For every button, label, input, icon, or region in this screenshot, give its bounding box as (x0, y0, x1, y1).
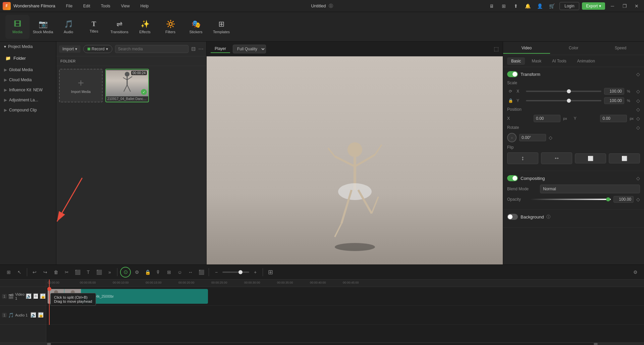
timeline-btn-redo[interactable]: ↪ (41, 267, 50, 277)
scale-y-slider[interactable] (526, 100, 601, 101)
scale-y-value[interactable]: 100.00 (604, 97, 624, 104)
position-x-input[interactable]: 0.00 (534, 115, 560, 122)
bell-icon[interactable]: 🔔 (523, 1, 533, 11)
zoom-out-button[interactable]: − (212, 267, 221, 277)
timeline-btn-select[interactable]: ↖ (15, 267, 24, 277)
position-keyframe-icon[interactable]: ◇ (636, 107, 640, 112)
timeline-btn-more[interactable]: » (105, 267, 114, 277)
sidebar-item-adjustment-layer[interactable]: ▶ Adjustment La... (0, 95, 56, 105)
tab-color[interactable]: Color (550, 43, 597, 54)
background-toggle[interactable] (507, 214, 518, 220)
grid-icon[interactable]: ⊞ (499, 1, 508, 11)
zoom-slider[interactable] (222, 272, 249, 273)
timeline-btn-trim[interactable]: ⬛ (73, 267, 82, 277)
tab-speed[interactable]: Speed (597, 43, 644, 54)
quality-select[interactable]: Full Quality 1/2 Quality 1/4 Quality (233, 45, 266, 53)
menu-view[interactable]: View (118, 2, 132, 10)
opacity-slider[interactable] (530, 199, 611, 200)
toolbar-item-audio[interactable]: 🎵 Audio (56, 15, 80, 39)
toolbar-item-templates[interactable]: ⊞ Templates (209, 15, 233, 39)
sub-tab-mask[interactable]: Mask (528, 57, 545, 65)
menu-help[interactable]: Help (138, 2, 152, 10)
share-icon[interactable]: ⬆ (511, 1, 521, 11)
lock-track-button[interactable]: 🔒 (143, 267, 152, 277)
flip-btn3[interactable]: ⬜ (575, 153, 606, 163)
scale-x-value[interactable]: 100.00 (604, 88, 624, 95)
search-input[interactable] (115, 45, 189, 53)
import-button[interactable]: Import ▾ (59, 45, 80, 53)
media-clip-1[interactable]: 00:00:24 ✓ 210917_04_Ballet Dancer_4k... (105, 69, 149, 102)
timeline-btn-delete[interactable]: 🗑 (51, 267, 61, 277)
zoom-in-button[interactable]: + (251, 267, 260, 277)
help-icon[interactable]: ⓪ (329, 3, 333, 9)
export-button[interactable]: Export ▾ (582, 2, 605, 10)
scale-y-keyframe-icon[interactable]: ◇ (636, 98, 640, 103)
sidebar-item-folder[interactable]: 📁 Folder (0, 53, 56, 63)
flip-btn4[interactable]: ⬜ (609, 153, 640, 163)
compositing-keyframe-icon[interactable]: ◇ (636, 176, 640, 181)
minimize-button[interactable]: ─ (608, 3, 617, 9)
timeline-btn-crop[interactable]: ⬛ (94, 267, 104, 277)
toolbar-item-stickers[interactable]: 🎭 Stickers (184, 15, 208, 39)
monitor-icon[interactable]: 🖥 (487, 1, 496, 11)
menu-edit[interactable]: Edit (80, 2, 93, 10)
maximize-button[interactable]: ❐ (620, 3, 629, 9)
cart-icon[interactable]: 🛒 (547, 1, 557, 11)
scale-x-slider[interactable] (526, 91, 601, 92)
sidebar-item-cloud-media[interactable]: ▶ Cloud Media (0, 75, 56, 85)
player-tab[interactable]: Player (211, 45, 230, 53)
sidebar-item-compound-clip[interactable]: ▶ Compound Clip (0, 105, 56, 115)
scale-x-lock[interactable]: ⟳ (507, 89, 514, 94)
blend-mode-select[interactable]: Normal Multiply Screen Overlay Darken Li… (540, 185, 640, 193)
video1-lock-button[interactable]: 🔒 (40, 293, 46, 299)
toolbar-item-titles[interactable]: T Titles (82, 15, 106, 39)
timeline-btn-layout[interactable]: ⊞ (4, 267, 13, 277)
background-info-icon[interactable]: ⓘ (546, 214, 550, 220)
audio1-mute-button[interactable]: 🔊 (31, 312, 37, 318)
auto-enhance-button[interactable]: ⚙ (132, 267, 142, 277)
transform-toggle[interactable] (507, 71, 518, 77)
scrollbar-end[interactable] (594, 343, 598, 345)
transform-keyframe-icon[interactable]: ◇ (636, 71, 640, 77)
login-button[interactable]: Login (559, 2, 579, 10)
toolbar-item-filters[interactable]: 🔆 Filters (158, 15, 182, 39)
sticker-timeline-button[interactable]: ☺ (175, 267, 184, 277)
timeline-btn-text[interactable]: T (84, 267, 93, 277)
audio1-lock-button[interactable]: 🔒 (38, 312, 44, 318)
user-icon[interactable]: 👤 (535, 1, 545, 11)
position-y-input[interactable]: 0.00 (600, 115, 627, 122)
playhead[interactable] (49, 280, 50, 325)
position-link-icon[interactable]: ◇ (636, 116, 640, 121)
compositing-toggle[interactable] (507, 175, 518, 181)
motion-button[interactable]: ↔ (186, 267, 195, 277)
menu-file[interactable]: File (63, 2, 75, 10)
sidebar-item-global-media[interactable]: ▶ Global Media (0, 65, 56, 75)
opacity-value[interactable]: 100.00 (613, 196, 634, 203)
video1-mute-button[interactable]: 🔊 (26, 293, 32, 299)
project-media-header[interactable]: ▾ Project Media (0, 42, 56, 52)
scale-y-lock[interactable]: 🔒 (507, 98, 514, 103)
toolbar-item-stock[interactable]: 📷 Stock Media (31, 15, 55, 39)
rotate-keyframe-icon[interactable]: ◇ (636, 125, 640, 130)
add-track-button[interactable]: ⊞ (164, 267, 174, 277)
close-button[interactable]: ✕ (632, 3, 641, 9)
scale-x-keyframe-icon[interactable]: ◇ (636, 89, 640, 94)
record-timeline-button[interactable]: 🎙 (154, 267, 163, 277)
pip-button[interactable]: ⬛ (197, 267, 206, 277)
settings-button[interactable]: ⚙ (631, 267, 640, 277)
scrollbar-track[interactable] (47, 343, 598, 345)
export-dropdown-icon[interactable]: ▾ (599, 4, 601, 8)
sub-tab-basic[interactable]: Basic (507, 57, 525, 65)
scrollbar-start[interactable] (47, 343, 51, 345)
toolbar-item-transitions[interactable]: ⇌ Transitions (107, 15, 131, 39)
opacity-keyframe-icon[interactable]: ◇ (636, 197, 640, 202)
toolbar-item-media[interactable]: 🎞 Media (5, 15, 30, 39)
rotate-value-input[interactable]: 0.00° (519, 134, 546, 141)
timeline-btn-undo[interactable]: ↩ (30, 267, 39, 277)
filter-icon[interactable]: ⊟ (191, 46, 196, 52)
sidebar-item-influence-kit[interactable]: ▶ Influence Kit NEW (0, 85, 56, 95)
video1-hide-button[interactable]: 👁 (33, 293, 39, 299)
grid-view-button[interactable]: ⊞ (266, 267, 275, 277)
flip-h-button[interactable]: ↕ (507, 152, 538, 164)
import-media-button[interactable]: + Import Media (59, 69, 103, 102)
